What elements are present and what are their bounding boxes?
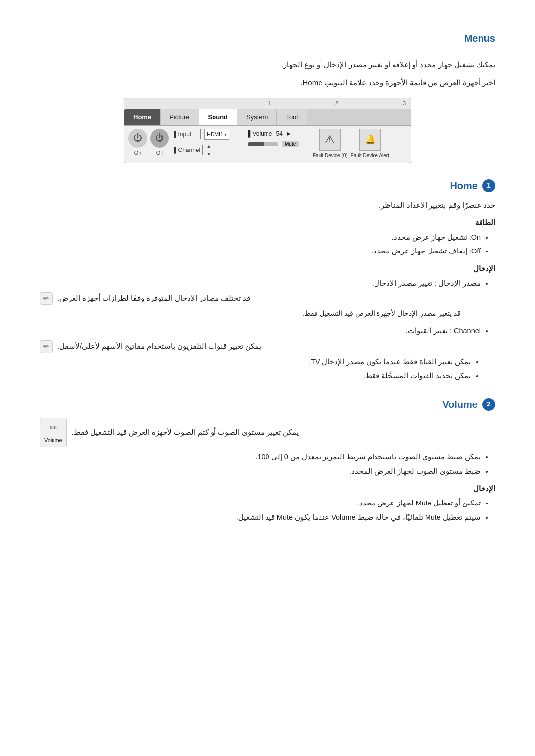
volume-label: ▌Volume (248, 129, 272, 139)
channel-label: ▌Channel (174, 145, 203, 155)
volume-icon-sym: ✏ (50, 420, 57, 436)
on-bullet: On: تشغيل جهاز عرض محدد. (40, 231, 481, 244)
tab-number-2: 2 (335, 99, 338, 108)
input-row: ▌Input HDMI1 ▾ (174, 129, 243, 140)
volume-note-row: يمكن تغيير مستوى الصوت أو كتم الصوت لأجه… (40, 418, 495, 447)
volume-badge: 2 (482, 398, 495, 411)
page-title: Menus (40, 30, 495, 47)
channel-bullet: Channel : تغيير القنوات. (40, 325, 481, 337)
tab-tool[interactable]: Tool (277, 109, 307, 125)
dropdown-arrow: ▾ (224, 130, 227, 139)
volume-bullet-1: يمكن ضبط مستوى الصوت باستخدام شريط التمر… (40, 451, 481, 463)
hdmi-value: HDMI1 (207, 130, 223, 139)
menu-screenshot: 1 2 3 Home Picture Sound System Tool ⏻ O… (124, 98, 411, 163)
note1-sub-text: قد يتغير مصدر الإدخال لأجهزة العرض قيد ا… (40, 308, 495, 320)
volume-track[interactable] (248, 142, 278, 146)
note1-row: قد تختلف مصادر الإدخال المتوفرة وفقًا لط… (40, 292, 495, 305)
menu-body: ⏻ On ⏻ Off ▌Input HDMI1 ▾ ▌Channel (124, 126, 411, 163)
intro-paragraph-2: اختر أجهزة العرض من قائمة الأجهزة وحدد ع… (40, 76, 495, 89)
menu-tabs: Home Picture Sound System Tool (124, 109, 411, 126)
mute-button[interactable]: Mute (282, 141, 299, 147)
volume-row: ▌Volume 54 ▶ (248, 129, 308, 139)
note1-icon: ✏ (40, 292, 53, 305)
input-section-heading: الإدخال (40, 262, 495, 275)
volume-input-bullets: تمكين أو تعطيل Mute لجهاز عرض محدد. سيتم… (40, 497, 495, 523)
tab-sound[interactable]: Sound (199, 109, 237, 125)
off-bullet: Off: إيقاف تشغيل جهاز عرض محدد. (40, 245, 481, 257)
input-label: ▌Input (174, 129, 201, 139)
tab-system[interactable]: System (237, 109, 277, 125)
volume-bullet-2: ضبط مستوى الصوت لجهاز العرض المحدد. (40, 465, 481, 478)
channel-sub-bullet-1: يمكن تغيير القناة فقط عندما يكون مصدر ال… (40, 356, 471, 368)
home-section-heading: Home 1 (40, 177, 495, 194)
on-label: On (134, 149, 142, 158)
channel-note-text: يمكن تغيير قنوات التلفزيون باستخدام مفات… (57, 340, 261, 353)
fault-label-alert: Fault Device Alert (351, 151, 389, 160)
channel-bullets: Channel : تغيير القنوات. (40, 325, 495, 337)
volume-heading-text: Volume (442, 396, 478, 413)
volume-input-bullet-2: سيتم تعطيل Mute تلقائيًا، في حالة ضبط Vo… (40, 511, 481, 524)
tab-number-3: 3 (403, 99, 406, 108)
input-source-bullet: مصدر الإدخال : تغيير مصدر الإدخال. (40, 277, 481, 290)
channel-note-icon: ✏ (40, 340, 53, 353)
volume-track-row: Mute (248, 141, 308, 147)
fault-device-0: ⚠ Fault Device (0) (313, 129, 348, 160)
note1-text: قد تختلف مصادر الإدخال المتوفرة وفقًا لط… (57, 292, 250, 304)
channel-up[interactable]: ▲ (206, 142, 211, 150)
intro-paragraph-1: يمكنك تشغيل جهاز محدد أو إغلاقه أو تغيير… (40, 58, 495, 71)
tab-home[interactable]: Home (124, 109, 160, 125)
fault-icon-alert: 🔔 (359, 129, 381, 151)
off-label: Off (156, 149, 163, 158)
hdmi-select[interactable]: HDMI1 ▾ (204, 129, 229, 140)
volume-value: 54 (276, 129, 283, 139)
volume-input-heading: الإدخال (40, 482, 495, 495)
fault-device-alert: 🔔 Fault Device Alert (351, 129, 389, 160)
channel-note-row: يمكن تغيير قنوات التلفزيون باستخدام مفات… (40, 340, 495, 353)
home-heading-text: Home (450, 177, 478, 194)
volume-note-text: يمكن تغيير مستوى الصوت أو كتم الصوت لأجه… (72, 426, 299, 439)
volume-section-heading: Volume 2 (40, 396, 495, 413)
input-bullets: مصدر الإدخال : تغيير مصدر الإدخال. (40, 277, 495, 290)
volume-note-icon-box: ✏ Volume (40, 418, 67, 447)
volume-fill (248, 142, 264, 146)
tab-picture[interactable]: Picture (160, 109, 199, 125)
volume-section: ▌Volume 54 ▶ Mute (248, 129, 308, 147)
fault-devices: ⚠ Fault Device (0) 🔔 Fault Device Alert (313, 129, 389, 160)
channel-sub-bullet-2: يمكن تحديد القنوات المسجَّلة فقط. (40, 370, 471, 382)
channel-down[interactable]: ▼ (206, 150, 211, 158)
volume-input-bullet-1: تمكين أو تعطيل Mute لجهاز عرض محدد. (40, 497, 481, 509)
tab-number-1: 1 (268, 99, 271, 108)
menu-input-section: ▌Input HDMI1 ▾ ▌Channel ▲ ▼ (174, 129, 243, 159)
power-bullets: On: تشغيل جهاز عرض محدد. Off: إيقاف تشغي… (40, 231, 495, 257)
volume-box-label: Volume (44, 436, 62, 445)
volume-bullets: يمكن ضبط مستوى الصوت باستخدام شريط التمر… (40, 451, 495, 477)
power-heading: الطاقة (40, 216, 495, 229)
volume-arrow-right: ▶ (287, 129, 291, 138)
on-icon[interactable]: ⏻ (128, 129, 147, 148)
power-icons: ⏻ On ⏻ Off (128, 129, 169, 158)
home-intro: حدد عنصرًا وقم بتغيير الإعداد المناظر. (40, 199, 495, 212)
channel-row: ▌Channel ▲ ▼ (174, 142, 243, 158)
off-icon[interactable]: ⏻ (150, 129, 169, 148)
fault-label-0: Fault Device (0) (313, 151, 348, 160)
channel-sub-bullets: يمكن تغيير القناة فقط عندما يكون مصدر ال… (40, 356, 495, 382)
fault-icon-0: ⚠ (319, 129, 341, 151)
home-badge: 1 (482, 179, 495, 192)
